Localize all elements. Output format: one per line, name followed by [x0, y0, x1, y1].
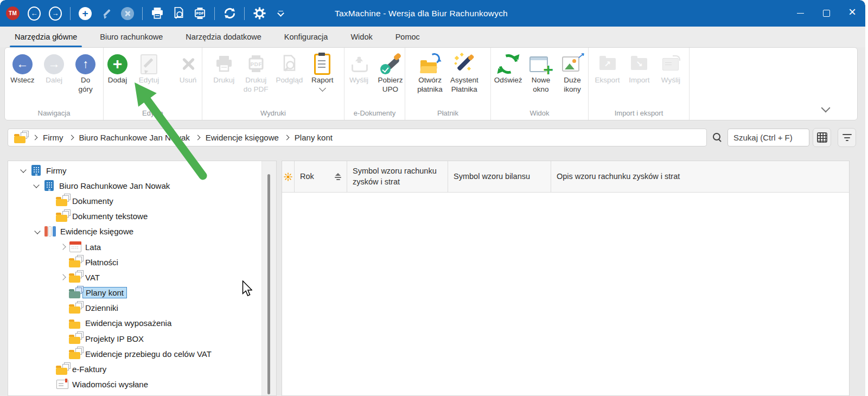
folder-teal-icon: [68, 288, 82, 298]
svg-text:PDF: PDF: [196, 11, 204, 16]
tab-biuro-rachunkowe[interactable]: Biuro rachunkowe: [88, 27, 174, 47]
tree-item-plany-kont[interactable]: Plany kont: [8, 285, 261, 301]
chevron-right-icon[interactable]: [58, 272, 68, 282]
otworz-platnika-button[interactable]: Otwórz płatnika: [413, 50, 446, 96]
upload-tray-icon: [350, 52, 368, 76]
forward-circle-icon: →: [44, 52, 64, 76]
tree-item-e-faktury[interactable]: e-Faktury: [8, 361, 261, 376]
stamp-check-icon: [380, 52, 401, 76]
column-header-rok[interactable]: Rok: [295, 161, 347, 192]
add-icon[interactable]: +: [79, 7, 92, 21]
wyslij-mail-button[interactable]: Wyślij: [655, 50, 686, 87]
tree-item-ewidencja-wyposazenia[interactable]: Ewidencja wyposażenia: [8, 316, 261, 331]
breadcrumb-item-biuro[interactable]: Biuro Rachunkowe Jan Nowak: [79, 133, 190, 142]
tab-widok[interactable]: Widok: [339, 27, 384, 47]
drukuj-do-pdf-button[interactable]: PDF Drukuj do PDF: [240, 50, 272, 96]
breadcrumb-item-ewidencje[interactable]: Ewidencje księgowe: [206, 133, 279, 142]
wyslij-edok-button[interactable]: Wyślij: [343, 50, 375, 87]
folder-documents-icon: [55, 364, 69, 375]
tree-item-ewidencje-ksiegowe[interactable]: Ewidencje księgowe: [8, 224, 261, 239]
tree-scrollbar[interactable]: [261, 161, 276, 395]
column-header-symbol-rzis[interactable]: Symbol wzoru rachunku zysków i strat: [347, 161, 448, 192]
do-gory-button[interactable]: ↑ Do góry: [70, 50, 101, 96]
dropdown-chevron-icon: [319, 85, 326, 92]
group-label: Płatnik: [405, 107, 490, 120]
tab-narzedzia-dodatkowe[interactable]: Narzędzia dodatkowe: [174, 27, 272, 47]
usun-button[interactable]: Usuń: [173, 50, 204, 87]
nowe-okno-button[interactable]: Nowe okno: [525, 50, 557, 96]
tab-narzedzia-glowne[interactable]: Narzędzia główne: [3, 27, 88, 47]
raport-button[interactable]: Raport: [307, 50, 338, 92]
delete-icon[interactable]: [121, 7, 134, 21]
breadcrumb-item-plany-kont[interactable]: Plany kont: [295, 133, 333, 142]
svg-text:PDF: PDF: [250, 61, 261, 67]
ribbon-group-widok: Odśwież Nowe okno ↗ Duże ikony Widok: [491, 48, 589, 120]
breadcrumb-item-firmy[interactable]: Firmy: [43, 133, 63, 142]
filter-button[interactable]: [838, 128, 856, 147]
eksport-button[interactable]: ↗ Eksport: [591, 50, 624, 87]
chevron-down-icon[interactable]: [32, 181, 42, 190]
chevron-down-icon[interactable]: [19, 165, 29, 175]
import-button[interactable]: ↘ Import: [623, 50, 655, 87]
new-row-header-cell[interactable]: [282, 161, 295, 192]
tree-scrollbar-thumb[interactable]: [267, 174, 270, 394]
tab-pomoc[interactable]: Pomoc: [384, 27, 431, 47]
tree-item-biuro-rachunkowe[interactable]: Biuro Rachunkowe Jan Nowak: [8, 178, 261, 193]
close-button[interactable]: ×: [839, 0, 865, 25]
edit-pencil-icon[interactable]: [100, 7, 113, 21]
folder-icon: [14, 132, 27, 143]
forward-icon[interactable]: →: [49, 7, 62, 21]
dalej-button[interactable]: → Dalej: [39, 50, 70, 87]
grid-icon: [817, 132, 827, 143]
dodaj-button[interactable]: + Dodaj: [102, 50, 133, 87]
back-icon[interactable]: ←: [28, 7, 41, 21]
tree-item-projekty-ip-box[interactable]: Projekty IP BOX: [8, 331, 261, 346]
window-title: TaxMachine - Wersja dla Biur Rachunkowyc…: [335, 9, 508, 18]
tree-item-dokumenty-tekstowe[interactable]: Dokumenty tekstowe: [8, 209, 261, 224]
chevron-placeholder: [58, 288, 68, 298]
building-icon: [29, 165, 43, 176]
pobierz-upo-button[interactable]: Pobierz UPO: [375, 50, 406, 96]
tree-item-dokumenty[interactable]: Dokumenty: [8, 193, 261, 208]
ribbon-tab-strip: Narzędzia główne Biuro rachunkowe Narzęd…: [0, 27, 865, 47]
edytuj-button[interactable]: Edytuj: [133, 50, 165, 87]
duze-ikony-button[interactable]: ↗ Duże ikony: [557, 50, 588, 96]
tree-item-lata[interactable]: Lata: [8, 239, 261, 254]
filter-icon: [843, 134, 852, 141]
tree-item-wiadomosci-wyslane[interactable]: Wiadomości wysłane: [8, 377, 261, 392]
column-header-symbol-bilansu[interactable]: Symbol wzoru bilansu: [448, 161, 551, 192]
print-preview-icon[interactable]: [172, 7, 185, 21]
grid-view-button[interactable]: [813, 128, 831, 147]
drukuj-button[interactable]: Drukuj: [208, 50, 240, 87]
asystent-platnika-button[interactable]: Asystent Płatnika: [446, 50, 482, 96]
breadcrumb-separator-icon: [68, 135, 74, 140]
chevron-right-icon[interactable]: [58, 242, 68, 252]
search-input[interactable]: [727, 129, 809, 146]
column-header-opis[interactable]: Opis wzoru rachunku zysków i strat: [551, 161, 849, 192]
chevron-down-icon[interactable]: [33, 227, 43, 237]
tree-item-firmy[interactable]: Firmy: [8, 163, 261, 178]
print-icon[interactable]: [151, 7, 164, 21]
refresh-icon[interactable]: [223, 7, 236, 21]
maximize-button[interactable]: [813, 0, 839, 27]
folder-documents-icon: [68, 333, 82, 344]
chevron-placeholder: [58, 257, 68, 267]
tree-item-vat[interactable]: VAT: [8, 270, 261, 285]
settings-gear-icon[interactable]: [253, 7, 266, 21]
app-logo-icon: TM: [6, 7, 20, 20]
tree-item-dzienniki[interactable]: Dzienniki: [8, 301, 261, 316]
wstecz-button[interactable]: ← Wstecz: [7, 50, 38, 87]
more-options-icon[interactable]: [274, 7, 287, 21]
pdf-export-icon[interactable]: PDF: [193, 7, 206, 21]
tab-konfiguracja[interactable]: Konfiguracja: [273, 27, 340, 47]
refresh-icon: [499, 52, 518, 76]
tree-item-ewidencje-przebiegu[interactable]: Ewidencje przebiegu do celów VAT: [8, 346, 261, 361]
collapse-ribbon-icon[interactable]: [821, 104, 831, 113]
odswiez-button[interactable]: Odśwież: [491, 50, 525, 87]
printer-icon: [215, 52, 233, 76]
group-label: Nawigacja: [5, 107, 103, 120]
tree-item-platnosci[interactable]: Płatności: [8, 254, 261, 270]
podglad-button[interactable]: Podgląd: [272, 50, 307, 87]
minimize-button[interactable]: [787, 0, 813, 27]
folder-documents-icon: [68, 257, 82, 267]
